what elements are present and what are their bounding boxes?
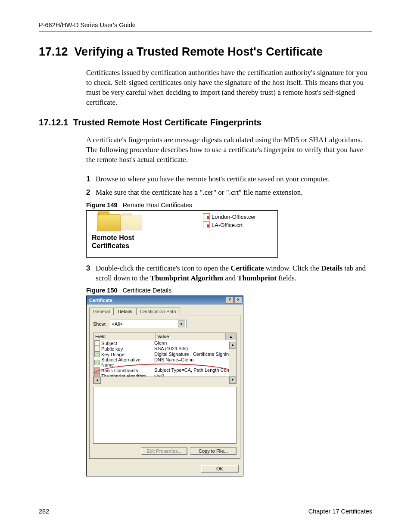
list-row[interactable]: Key UsageDigital Signature , Certificate… (93, 352, 236, 357)
ok-button[interactable]: OK (201, 465, 239, 473)
file-item[interactable]: London-Office.cer (203, 213, 256, 220)
figure-149-caption-text: Remote Host Certificates (123, 202, 192, 208)
file-list: London-Office.cer LA-Office.crt (203, 213, 256, 230)
step-3: 3 Double-click the certificate's icon to… (86, 264, 372, 283)
detail-value-pane (93, 387, 237, 444)
page-number: 282 (39, 508, 49, 515)
list-row[interactable]: Public keyRSA (1024 Bits) (93, 346, 236, 352)
certificate-dialog: Certificate ? × General Details Certific… (86, 296, 243, 476)
file-item[interactable]: LA-Office.crt (203, 221, 256, 228)
tab-details[interactable]: Details (114, 308, 136, 315)
scroll-up-icon[interactable]: ▲ (229, 342, 236, 349)
field-listview[interactable]: Field Value ▲ SubjectGlenn Public keyRSA… (93, 333, 237, 384)
property-icon (94, 352, 100, 357)
property-icon (94, 346, 100, 352)
step-2: Make sure that the certificate has a ".c… (86, 188, 372, 198)
step-1: Browse to where you have the remote host… (86, 174, 372, 184)
subsection-title-text: Trusted Remote Host Certificate Fingerpr… (73, 117, 262, 127)
show-dropdown[interactable]: <All> ▼ (110, 320, 187, 328)
property-icon (94, 367, 100, 373)
subsection-number: 17.12.1 (39, 117, 68, 127)
figure-149: Remote Host Certificates London-Office.c… (86, 210, 278, 258)
folder-label-line2: Certificates (92, 242, 129, 249)
section-number: 17.12 (39, 45, 68, 58)
figure-150-caption-text: Certificate Details (123, 287, 172, 294)
file-name: London-Office.cer (212, 214, 256, 220)
step-3-number: 3 (86, 264, 90, 274)
tab-certification-path[interactable]: Certification Path (136, 308, 180, 315)
listview-body: SubjectGlenn Public keyRSA (1024 Bits) K… (93, 340, 236, 376)
certificate-file-icon (203, 213, 210, 220)
section-title-text: Verifying a Trusted Remote Host's Certif… (75, 45, 323, 58)
folder-icon (121, 215, 142, 230)
section-heading: 17.12 Verifying a Trusted Remote Host's … (39, 45, 372, 59)
dialog-titlebar: Certificate ? × (87, 296, 243, 305)
details-tab-pane: Show: <All> ▼ Field Value ▲ SubjectGlenn… (89, 315, 240, 459)
figure-149-label: Figure 149 (86, 202, 118, 208)
list-row[interactable]: SubjectGlenn (93, 340, 236, 346)
tab-general[interactable]: General (89, 308, 114, 315)
list-row[interactable]: Basic ConstraintsSubject Type=CA, Path L… (93, 367, 236, 373)
horizontal-scrollbar[interactable]: ◄ ► (93, 376, 236, 384)
scroll-down-icon[interactable]: ▼ (229, 376, 236, 384)
property-icon (94, 373, 100, 376)
figure-150-caption: Figure 150 Certificate Details (86, 287, 372, 294)
folder-label: Remote Host Certificates (92, 234, 201, 250)
scroll-up-button[interactable]: ▲ (225, 333, 236, 340)
list-row[interactable]: Subject Alternative NameDNS Name=Glenn (93, 357, 236, 367)
column-value[interactable]: Value (156, 333, 225, 340)
listview-header: Field Value ▲ (93, 333, 236, 340)
scroll-left-icon[interactable]: ◄ (93, 377, 101, 384)
page-footer: 282 Chapter 17 Certificates (39, 505, 372, 515)
subsection-heading: 17.12.1 Trusted Remote Host Certificate … (39, 117, 372, 128)
folder-label-line1: Remote Host (92, 234, 134, 241)
chapter-label: Chapter 17 Certificates (308, 508, 372, 515)
chevron-down-icon[interactable]: ▼ (178, 320, 185, 327)
vertical-scrollbar[interactable]: ▲ ▼ (229, 342, 236, 384)
running-header: P-662H/HW-D Series User's Guide (39, 22, 372, 31)
certificate-file-icon (203, 221, 210, 228)
step-3-text: Double-click the certificate's icon to o… (96, 264, 366, 282)
file-name: LA-Office.crt (212, 222, 243, 228)
tab-strip: General Details Certification Path (87, 305, 243, 315)
property-icon (94, 340, 100, 346)
folder-icon (97, 214, 121, 231)
show-label: Show: (93, 321, 106, 327)
subsection-intro: A certificate's fingerprints are message… (39, 135, 372, 165)
close-button[interactable]: × (234, 297, 242, 304)
dialog-title: Certificate (89, 298, 112, 303)
help-button[interactable]: ? (226, 297, 234, 304)
property-icon (94, 360, 100, 365)
column-field[interactable]: Field (93, 333, 156, 340)
folder-area: Remote Host Certificates (89, 212, 201, 250)
list-row[interactable]: Thumbprint algorithmsha1 (93, 373, 236, 376)
figure-149-caption: Figure 149 Remote Host Certificates (86, 202, 372, 208)
copy-to-file-button[interactable]: Copy to File... (190, 447, 237, 455)
section-intro: Certificates issued by certification aut… (39, 68, 372, 108)
edit-properties-button: Edit Properties... (141, 447, 187, 455)
figure-150-label: Figure 150 (86, 287, 118, 294)
show-dropdown-value: <All> (112, 321, 123, 327)
